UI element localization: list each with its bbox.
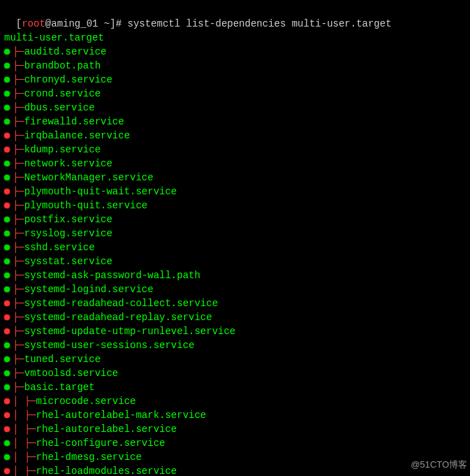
tree-branch: ├─ (13, 45, 24, 59)
target-title: multi-user.target (4, 31, 466, 45)
status-dot-icon (4, 133, 10, 138)
tree-branch: ├─ (13, 254, 24, 268)
service-name: network.service (24, 157, 112, 171)
service-name: rhel-autorelabel-mark.service (36, 408, 207, 422)
tree-branch: ├─ (13, 212, 24, 226)
dependency-line: ├─plymouth-quit.service (4, 199, 466, 212)
service-name: rsyslog.service (24, 226, 112, 240)
tree-branch: │ ├─ (13, 464, 36, 476)
dependency-line: ├─systemd-logind.service (4, 282, 466, 296)
status-dot-icon (4, 398, 10, 404)
prompt-user: root (22, 18, 45, 29)
status-dot-icon (4, 63, 10, 68)
tree-branch: ├─ (13, 352, 24, 366)
tree-branch: ├─ (13, 87, 24, 101)
tree-branch: ├─ (13, 380, 24, 394)
dependency-line: ├─systemd-user-sessions.service (4, 338, 466, 352)
service-name: rhel-loadmodules.service (36, 464, 177, 476)
dependency-line: ├─plymouth-quit-wait.service (4, 185, 466, 199)
tree-branch: ├─ (13, 171, 24, 185)
status-dot-icon (4, 468, 10, 474)
status-dot-icon (4, 77, 10, 82)
dependency-line: ├─brandbot.path (4, 59, 466, 73)
tree-branch: │ ├─ (13, 422, 36, 436)
dependency-line: ├─network.service (4, 157, 466, 171)
dependency-line: ├─sshd.service (4, 240, 466, 254)
dependency-line: ├─systemd-ask-password-wall.path (4, 268, 466, 282)
status-dot-icon (4, 91, 10, 96)
dependency-line: ├─systemd-readahead-replay.service (4, 310, 466, 324)
shell-prompt-line: [root@aming_01 ~]# systemctl list-depend… (4, 3, 466, 31)
service-name: systemd-readahead-collect.service (24, 296, 218, 310)
service-name: auditd.service (24, 45, 107, 59)
dependency-line: ├─rsyslog.service (4, 226, 466, 240)
service-name: irqbalance.service (24, 129, 130, 143)
tree-branch: ├─ (13, 282, 24, 296)
tree-branch: ├─ (13, 157, 24, 171)
service-name: rhel-configure.service (36, 436, 166, 450)
status-dot-icon (4, 356, 10, 362)
dependency-tree: ├─auditd.service├─brandbot.path├─chronyd… (4, 45, 466, 476)
service-name: rhel-autorelabel.service (36, 422, 177, 436)
tree-branch: │ ├─ (13, 408, 36, 422)
service-name: microcode.service (36, 394, 136, 408)
service-name: basic.target (24, 380, 95, 394)
status-dot-icon (4, 454, 10, 460)
tree-branch: ├─ (13, 338, 24, 352)
dependency-line: │ ├─rhel-loadmodules.service (4, 464, 466, 476)
status-dot-icon (4, 217, 10, 222)
status-dot-icon (4, 412, 10, 418)
status-dot-icon (4, 189, 10, 194)
service-name: plymouth-quit.service (24, 199, 147, 212)
tree-branch: ├─ (13, 185, 24, 199)
prompt-symbol: # (116, 18, 128, 29)
dependency-line: ├─basic.target (4, 380, 466, 394)
status-dot-icon (4, 259, 10, 264)
tree-branch: ├─ (13, 366, 24, 380)
status-dot-icon (4, 231, 10, 236)
service-name: chronyd.service (24, 73, 112, 87)
tree-branch: ├─ (13, 296, 24, 310)
dependency-line: │ ├─rhel-autorelabel.service (4, 422, 466, 436)
prompt-open-bracket: [ (16, 18, 22, 29)
service-name: brandbot.path (24, 59, 101, 73)
status-dot-icon (4, 49, 10, 55)
status-dot-icon (4, 370, 10, 376)
dependency-line: ├─systemd-readahead-collect.service (4, 296, 466, 310)
dependency-line: ├─vmtoolsd.service (4, 366, 466, 380)
service-name: NetworkManager.service (24, 171, 154, 185)
service-name: dbus.service (24, 101, 95, 115)
dependency-line: ├─kdump.service (4, 143, 466, 157)
status-dot-icon (4, 384, 10, 390)
status-dot-icon (4, 161, 10, 166)
service-name: systemd-logind.service (24, 282, 154, 296)
dependency-line: ├─dbus.service (4, 101, 466, 115)
status-dot-icon (4, 119, 10, 124)
service-name: firewalld.service (24, 115, 124, 129)
dependency-line: ├─tuned.service (4, 352, 466, 366)
status-dot-icon (4, 245, 10, 250)
service-name: systemd-readahead-replay.service (24, 310, 212, 324)
service-name: systemd-ask-password-wall.path (24, 268, 200, 282)
dependency-line: │ ├─rhel-configure.service (4, 436, 466, 450)
tree-branch: ├─ (13, 268, 24, 282)
prompt-at: @ (45, 18, 51, 29)
dependency-line: ├─firewalld.service (4, 115, 466, 129)
service-name: kdump.service (24, 143, 101, 157)
tree-branch: ├─ (13, 199, 24, 212)
watermark: @51CTO博客 (411, 458, 467, 472)
tree-branch: ├─ (13, 240, 24, 254)
dependency-line: │ ├─microcode.service (4, 394, 466, 408)
dependency-line: ├─sysstat.service (4, 254, 466, 268)
tree-branch: ├─ (13, 226, 24, 240)
tree-branch: │ ├─ (13, 394, 36, 408)
service-name: systemd-update-utmp-runlevel.service (24, 324, 235, 338)
service-name: rhel-dmesg.service (36, 450, 142, 464)
status-dot-icon (4, 301, 10, 306)
status-dot-icon (4, 105, 10, 110)
status-dot-icon (4, 147, 10, 152)
dependency-line: ├─auditd.service (4, 45, 466, 59)
dependency-line: │ ├─rhel-autorelabel-mark.service (4, 408, 466, 422)
dependency-line: ├─irqbalance.service (4, 129, 466, 143)
tree-branch: ├─ (13, 59, 24, 73)
